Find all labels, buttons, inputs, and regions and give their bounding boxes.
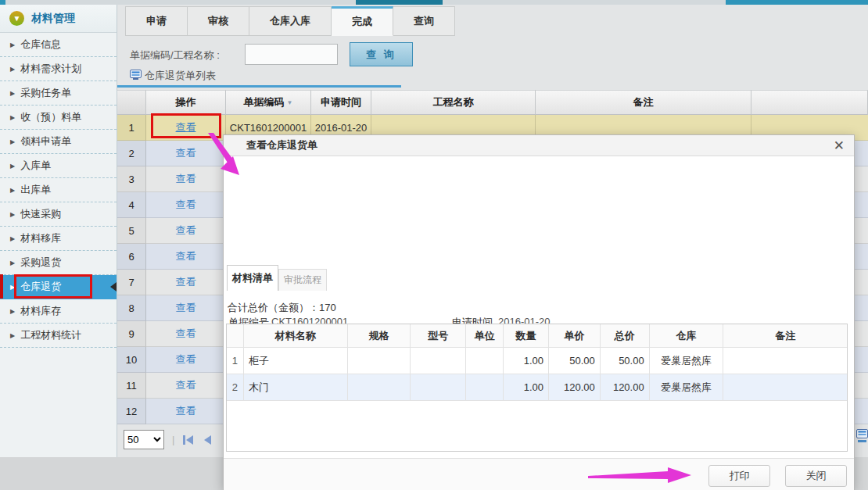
view-action-cell: 查看: [146, 347, 226, 373]
search-button[interactable]: 查 询: [350, 42, 413, 66]
total-label: 合计总价（金额）：: [228, 302, 319, 313]
header-extra: [751, 90, 868, 115]
sidebar-item-label: 工程材料统计: [20, 328, 81, 342]
header-rownum: [117, 90, 146, 115]
row-number: 5: [117, 218, 146, 244]
page-size-select[interactable]: 50: [124, 430, 164, 449]
sidebar-item-9[interactable]: ▶采购退货: [0, 251, 117, 275]
table-header-row: 操作 单据编码 ▼ 申请时间 工程名称 备注: [117, 90, 868, 115]
sidebar-item-11[interactable]: ▶材料库存: [0, 299, 117, 324]
mh-note: 备注: [723, 324, 847, 348]
modal-title: 查看仓库退货单: [246, 138, 317, 152]
material-cell: 1.00: [504, 348, 549, 374]
header-code[interactable]: 单据编码 ▼: [226, 90, 311, 115]
top-strip-segment-active: [356, 0, 443, 5]
view-link[interactable]: 查看: [176, 275, 196, 289]
mh-name: 材料名称: [244, 324, 348, 348]
print-button[interactable]: 打印: [708, 465, 770, 487]
sidebar-item-2[interactable]: ▶采购任务单: [0, 81, 117, 106]
material-cell: [411, 374, 466, 401]
sidebar-item-1[interactable]: ▶材料需求计划: [0, 57, 117, 81]
pager-divider: |: [172, 434, 174, 445]
view-action-cell: 查看: [146, 244, 226, 270]
view-return-order-modal: 查看仓库退货单 ✕ 单据编号 CKT1601200001 申请时间 2016-0…: [223, 134, 855, 490]
workflow-tab-0[interactable]: 申请: [125, 6, 188, 36]
view-link[interactable]: 查看: [176, 224, 196, 238]
mh-unit: 单位: [466, 324, 504, 348]
sidebar-item-8[interactable]: ▶材料移库: [0, 227, 117, 251]
tab-material-list[interactable]: 材料清单: [227, 265, 278, 291]
triangle-right-icon: ▶: [10, 41, 15, 48]
mh-spec: 规格: [348, 324, 411, 348]
row-number: 6: [117, 244, 146, 270]
total-price-line: 合计总价（金额）：170: [228, 301, 336, 315]
mh-qty: 数量: [504, 324, 549, 348]
sidebar-header[interactable]: ▼ 材料管理: [0, 5, 117, 33]
view-link[interactable]: 查看: [176, 404, 196, 418]
mh-warehouse: 仓库: [650, 324, 724, 348]
material-cell: 50.00: [549, 348, 601, 374]
material-row-1: 1柜子1.0050.0050.00爱巢居然库: [227, 348, 847, 374]
sidebar-item-3[interactable]: ▶收（预）料单: [0, 106, 117, 130]
sidebar-item-label: 采购任务单: [20, 86, 71, 100]
first-page-icon[interactable]: [182, 435, 195, 445]
top-nav-strip: [0, 0, 868, 5]
triangle-right-icon: ▶: [10, 259, 15, 266]
material-cell: 2: [227, 374, 244, 401]
sidebar-item-label: 材料库存: [20, 304, 61, 318]
sidebar-item-10[interactable]: ▶仓库退货: [0, 275, 117, 299]
header-action[interactable]: 操作: [146, 90, 226, 115]
tab-approval-process[interactable]: 审批流程: [278, 269, 327, 291]
view-link[interactable]: 查看: [176, 146, 196, 160]
header-date[interactable]: 申请时间: [311, 90, 371, 115]
total-value: 170: [319, 302, 336, 313]
material-cell: [348, 374, 411, 401]
sidebar-items: ▶仓库信息▶材料需求计划▶采购任务单▶收（预）料单▶领料申请单▶入库单▶出库单▶…: [0, 33, 117, 348]
view-action-cell: 查看: [146, 192, 226, 218]
sidebar-item-4[interactable]: ▶领料申请单: [0, 130, 117, 154]
row-number: 10: [117, 347, 146, 373]
workflow-tab-2[interactable]: 仓库入库: [249, 6, 332, 36]
triangle-right-icon: ▶: [10, 284, 15, 291]
view-link[interactable]: 查看: [176, 249, 196, 263]
close-button[interactable]: 关闭: [785, 465, 847, 487]
sidebar-item-label: 仓库退货: [20, 280, 61, 294]
sidebar-item-6[interactable]: ▶出库单: [0, 178, 117, 202]
view-link[interactable]: 查看: [176, 198, 196, 212]
prev-page-icon[interactable]: [203, 435, 212, 445]
triangle-right-icon: ▶: [10, 235, 15, 242]
triangle-right-icon: ▶: [10, 332, 15, 339]
row-number: 12: [117, 399, 146, 424]
view-action-cell: 查看: [146, 166, 226, 192]
view-link[interactable]: 查看: [176, 172, 196, 186]
sidebar-item-12[interactable]: ▶工程材料统计: [0, 324, 117, 348]
view-link[interactable]: 查看: [176, 120, 196, 134]
header-note[interactable]: 备注: [536, 90, 751, 115]
workflow-tab-4[interactable]: 查询: [393, 6, 455, 36]
close-icon[interactable]: ✕: [834, 138, 845, 154]
view-action-cell: 查看: [146, 295, 226, 321]
view-link[interactable]: 查看: [176, 301, 196, 315]
sidebar-item-label: 出库单: [20, 183, 51, 197]
material-cell: 爱巢居然库: [650, 374, 724, 401]
workflow-tab-3[interactable]: 完成: [332, 6, 393, 36]
header-project[interactable]: 工程名称: [371, 90, 536, 115]
material-cell: 120.00: [601, 374, 650, 401]
view-link[interactable]: 查看: [176, 327, 196, 341]
workflow-tab-1[interactable]: 审核: [188, 6, 249, 36]
mh-model: 型号: [411, 324, 466, 348]
sidebar-item-label: 材料需求计划: [20, 62, 81, 76]
triangle-right-icon: ▶: [10, 114, 15, 121]
top-strip-segment: [726, 0, 868, 5]
sidebar-item-0[interactable]: ▶仓库信息: [0, 33, 117, 57]
sidebar-item-5[interactable]: ▶入库单: [0, 154, 117, 178]
material-cell: 爱巢居然库: [650, 348, 724, 374]
search-input[interactable]: [245, 44, 338, 65]
view-link[interactable]: 查看: [176, 352, 196, 367]
view-link[interactable]: 查看: [176, 378, 196, 392]
material-cell: 1: [227, 348, 244, 374]
sidebar-item-7[interactable]: ▶快速采购: [0, 202, 117, 227]
material-cell: 1.00: [504, 374, 549, 401]
triangle-right-icon: ▶: [10, 90, 15, 97]
view-action-cell: 查看: [146, 373, 226, 399]
